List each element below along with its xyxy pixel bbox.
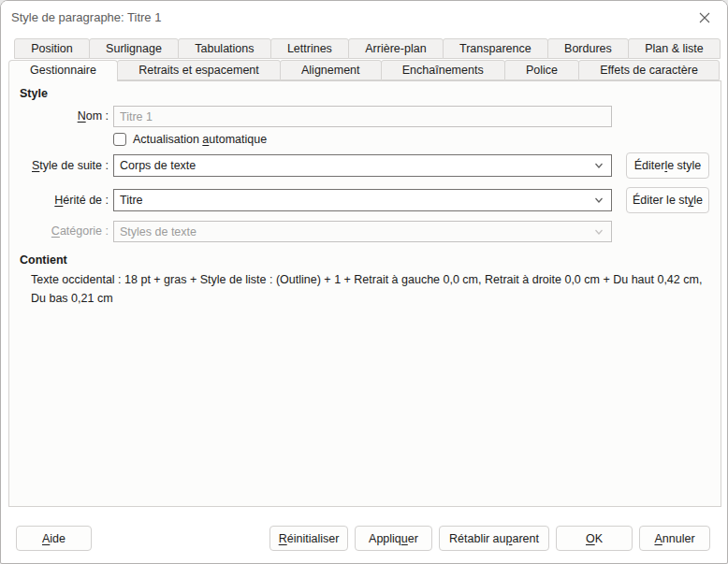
tab-retraits-et-espacement[interactable]: Retraits et espacement (117, 60, 281, 80)
tab-transparence[interactable]: Transparence (443, 38, 548, 59)
reset-button[interactable]: Réinitialiser (269, 526, 348, 551)
name-label: Nom : (9, 106, 109, 127)
contains-section-heading: Contient (20, 253, 67, 267)
style-section-heading: Style (20, 87, 48, 100)
edit-inherit-style-button[interactable]: Éditer le style (626, 187, 709, 213)
chevron-down-icon (593, 195, 604, 206)
category-combobox: Styles de texte (113, 221, 612, 242)
ok-button[interactable]: OK (556, 526, 633, 551)
close-button[interactable] (693, 7, 716, 28)
category-value: Styles de texte (120, 225, 197, 239)
cancel-button[interactable]: Annuler (639, 526, 710, 551)
tab-police[interactable]: Police (504, 60, 579, 80)
inherit-from-label: Hérité de : (9, 189, 109, 211)
chevron-down-icon (593, 160, 604, 171)
tab-gestionnaire[interactable]: Gestionnaire (8, 60, 118, 81)
dialog-title: Style de paragraphe: Titre 1 (11, 1, 161, 35)
edit-next-style-button[interactable]: Éditer le style (626, 152, 709, 179)
tab-lettrines[interactable]: Lettrines (270, 38, 349, 59)
titlebar: Style de paragraphe: Titre 1 (1, 1, 727, 35)
organizer-tab-page: Style Nom : Actualisation automatique St… (8, 80, 721, 507)
tab-position[interactable]: Position (14, 38, 90, 59)
next-style-combobox[interactable]: Corps de texte (113, 154, 612, 177)
tab-bordures[interactable]: Bordures (547, 38, 629, 59)
close-icon (698, 11, 711, 24)
checkbox-unchecked-icon (113, 133, 126, 146)
category-label: Catégorie : (9, 221, 109, 242)
inherit-from-value: Titre (120, 194, 143, 207)
name-input (113, 106, 612, 127)
restore-parent-button[interactable]: Rétablir au parent (439, 526, 549, 551)
apply-button[interactable]: Appliquer (355, 526, 432, 551)
tab-alignement[interactable]: Alignement (280, 60, 382, 80)
autoupdate-checkbox[interactable]: Actualisation automatique (113, 132, 267, 147)
tab-effets-de-caractere[interactable]: Effets de caractère (578, 60, 720, 80)
tab-enchainements[interactable]: Enchaînements (381, 60, 505, 80)
help-button[interactable]: Aide (16, 526, 92, 551)
next-style-label: Style de suite : (9, 154, 109, 177)
tab-surlignage[interactable]: Surlignage (89, 38, 179, 59)
tab-strip-row1: Position Surlignage Tabulations Lettrine… (14, 38, 721, 60)
tab-arriere-plan[interactable]: Arrière-plan (348, 38, 444, 59)
paragraph-style-dialog: Style de paragraphe: Titre 1 Position Su… (0, 0, 728, 564)
tab-plan-et-liste[interactable]: Plan & liste (628, 38, 721, 59)
tab-strip-row2: Gestionnaire Retraits et espacement Alig… (8, 60, 720, 81)
chevron-down-icon (593, 226, 604, 238)
contains-description: Texte occidental : 18 pt + gras + Style … (31, 271, 707, 308)
tab-tabulations[interactable]: Tabulations (178, 38, 271, 59)
next-style-value: Corps de texte (120, 159, 196, 172)
autoupdate-label: Actualisation automatique (133, 133, 267, 146)
inherit-from-combobox[interactable]: Titre (113, 189, 612, 211)
